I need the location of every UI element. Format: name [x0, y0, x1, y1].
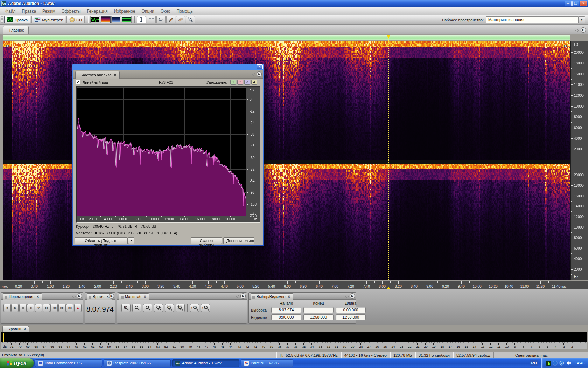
lasso-tool-button[interactable]	[156, 16, 166, 23]
selection-field[interactable]	[303, 307, 334, 313]
minimize-button[interactable]: ─	[565, 1, 572, 6]
waveform-view-button[interactable]	[90, 16, 100, 23]
advanced-button[interactable]: Дополнительно	[223, 237, 254, 244]
close-icon[interactable]: ×	[288, 295, 290, 299]
toolbar-grip[interactable]	[1, 16, 3, 23]
start-button[interactable]: пуск	[0, 358, 34, 368]
playhead-marker-top[interactable]	[387, 35, 390, 38]
record-button[interactable]: ●	[74, 304, 82, 312]
selection-field[interactable]: 8:07.974	[271, 307, 301, 313]
panel-menu-icon[interactable]: ▶	[77, 293, 82, 299]
workspace-dropdown[interactable]: Мастеринг и анализ ▼	[486, 16, 585, 23]
zoom-selection-left-button[interactable]: +	[165, 304, 174, 312]
time-ruler[interactable]: чмсчмс0:200:401:001:201:402:002:202:403:…	[0, 281, 588, 289]
view-handle[interactable]	[6, 45, 9, 47]
close-button[interactable]: ×	[580, 1, 587, 6]
menu-item-5[interactable]: Избранное	[111, 7, 139, 15]
loop-play-button[interactable]: ⟳	[35, 304, 42, 312]
menu-item-6[interactable]: Опции	[139, 7, 158, 15]
selection-field[interactable]: 0:00.000	[336, 307, 366, 313]
info-tray-icon[interactable]: i	[553, 361, 558, 366]
taskbar-task-1[interactable]: Rasplata.2003.DVD-5...	[104, 359, 171, 367]
selection-field[interactable]: 11:58.000	[303, 314, 334, 320]
playhead-line[interactable]	[388, 35, 389, 281]
go-to-start-button[interactable]: ▮◀	[43, 304, 50, 312]
selection-field[interactable]: 11:58.000	[336, 314, 366, 320]
chevron-down-icon[interactable]: ▼	[128, 237, 134, 244]
tab-transport[interactable]: Перемещение×	[3, 293, 42, 300]
zoom-out-horizontal-button[interactable]: −	[132, 304, 141, 312]
stop-button[interactable]: ■	[4, 304, 11, 312]
scrub-tool-button[interactable]	[186, 16, 195, 23]
hold-button-2[interactable]: 2	[237, 80, 243, 85]
spectral-pan-button[interactable]	[122, 16, 132, 23]
marquee-tool-button[interactable]	[147, 16, 156, 23]
tab-frequency-analysis[interactable]: Частота анализа×	[75, 71, 120, 79]
spectral-view-button[interactable]	[101, 16, 111, 23]
go-to-end-button[interactable]: ▶▮	[66, 304, 74, 312]
cd-mode-button[interactable]: CD	[66, 16, 85, 23]
playhead-marker-bottom[interactable]	[387, 287, 390, 289]
zoom-selection-right-button[interactable]: +	[176, 304, 185, 312]
heal-tool-button[interactable]	[176, 16, 185, 23]
panel-menu-icon[interactable]: ▶	[350, 293, 355, 299]
taskbar-task-0[interactable]: Total Commander 7.5...	[35, 359, 102, 367]
menu-item-0[interactable]: Файл	[2, 7, 19, 15]
restore-button[interactable]: ❐	[572, 1, 579, 6]
app-tray-icon[interactable]: a	[559, 361, 564, 366]
zoom-out-full-button[interactable]: −	[143, 304, 152, 312]
zoom-in-vertical-button[interactable]: ↕+	[190, 304, 199, 312]
zoom-to-selection-button[interactable]: −	[154, 304, 163, 312]
chevron-down-icon[interactable]: ▼	[579, 16, 585, 23]
close-icon[interactable]: ×	[24, 327, 26, 331]
menu-item-3[interactable]: Эффекты	[58, 7, 84, 15]
menu-item-2[interactable]: Режим	[39, 7, 58, 15]
hold-button-3[interactable]: 3	[244, 80, 250, 85]
time-selection-tool-button[interactable]	[137, 16, 146, 23]
brush-tool-button[interactable]	[166, 16, 175, 23]
view-handle[interactable]	[564, 45, 567, 47]
rewind-button[interactable]: ◀◀	[50, 304, 58, 312]
linear-view-checkbox[interactable]: ✓	[76, 80, 80, 84]
close-icon[interactable]: ×	[37, 295, 39, 299]
tab-time[interactable]: Время×	[87, 293, 112, 300]
tab-selection-view[interactable]: Выбор/Видимое×	[251, 293, 293, 300]
selection-field[interactable]: 0:00.000	[271, 314, 301, 320]
level-meter[interactable]	[1, 332, 587, 342]
frequency-analysis-graph[interactable]: dB0-12-24-36-48-60-72-84-96-108-120dB Hz…	[76, 86, 260, 223]
language-indicator[interactable]: RU	[530, 360, 538, 366]
dialog-close-button[interactable]: ×	[257, 64, 263, 69]
taskbar-task-3[interactable]: Paint.NET v3.36	[241, 359, 293, 367]
panel-menu-icon[interactable]: ▶	[581, 27, 586, 33]
hold-button-1[interactable]: 1	[230, 80, 236, 85]
play-button[interactable]: ▶	[11, 304, 19, 312]
panel-menu-icon[interactable]: ▶	[257, 71, 262, 77]
frequency-ruler[interactable]: Hz20000180001600014000120001000080006000…	[570, 41, 588, 280]
scan-selection-button[interactable]: Сканер выборки	[191, 237, 222, 244]
close-icon[interactable]: ×	[144, 295, 146, 299]
area-dropdown[interactable]: Область (Поднять правый)	[75, 237, 128, 244]
pause-button[interactable]: ▮▮	[19, 304, 27, 312]
tab-levels[interactable]: Уровни×	[2, 326, 29, 332]
multitrack-mode-button[interactable]: Мультитрек	[31, 16, 65, 23]
volume-tray-icon[interactable]	[566, 361, 571, 366]
menu-item-4[interactable]: Генерация	[84, 7, 111, 15]
menu-item-8[interactable]: Помощь	[174, 7, 196, 15]
spectral-phase-button[interactable]	[111, 16, 121, 23]
menu-item-7[interactable]: Окно	[158, 7, 174, 15]
dialog-title-bar[interactable]	[72, 64, 264, 70]
waveform-edit-mode-button[interactable]: Правка	[4, 16, 30, 23]
play-from-cursor-button[interactable]: ◉	[27, 304, 34, 312]
equalizer-tray-icon[interactable]	[546, 361, 551, 366]
tab-main[interactable]: Главное	[3, 26, 29, 34]
close-icon[interactable]: ×	[114, 73, 116, 77]
panel-menu-icon[interactable]: ▶	[109, 293, 114, 299]
spectrum-plot[interactable]	[77, 88, 246, 216]
panel-menu-icon[interactable]: ▶	[240, 293, 246, 299]
taskbar-task-2[interactable]: AuAdobe Audition - 1.wav	[172, 359, 239, 367]
tab-zoom[interactable]: Масштаб×	[119, 293, 149, 300]
scroll-range-bar[interactable]	[3, 35, 570, 40]
zoom-in-horizontal-button[interactable]: +	[121, 304, 131, 312]
hold-button-4[interactable]: 4	[251, 80, 257, 85]
fast-forward-button[interactable]: ▶▶	[58, 304, 66, 312]
